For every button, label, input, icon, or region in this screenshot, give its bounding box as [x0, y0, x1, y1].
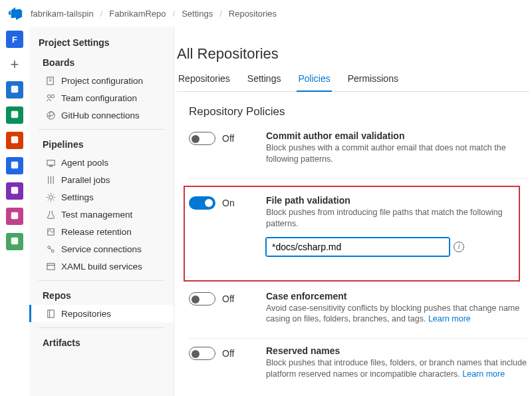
- sidebar-item-xaml-build-services[interactable]: XAML build services: [29, 258, 174, 275]
- tab-repositories[interactable]: Repositories: [177, 73, 231, 91]
- toggle-state-label: Off: [222, 294, 234, 304]
- tab-strip: RepositoriesSettingsPoliciesPermissions: [177, 73, 529, 92]
- learn-more-link[interactable]: Learn more: [462, 369, 505, 379]
- rail-tile-2[interactable]: [6, 81, 23, 99]
- gear-icon: [45, 192, 56, 202]
- policy-title: Reserved names: [266, 345, 527, 356]
- rail-tile-8[interactable]: [6, 233, 23, 250]
- sidebar-item-label: Parallel jobs: [61, 175, 110, 185]
- nav-rail: F+: [0, 27, 29, 396]
- svg-rect-0: [11, 85, 19, 93]
- release-icon: [45, 226, 56, 237]
- tab-permissions[interactable]: Permissions: [346, 73, 400, 91]
- rail-tile-3[interactable]: [6, 106, 23, 124]
- toggle-state-label: Off: [222, 133, 234, 144]
- agent-icon: [45, 157, 56, 168]
- github-icon: [45, 110, 56, 120]
- toggle-file-path-validation[interactable]: [189, 196, 215, 210]
- rail-tile-6[interactable]: [6, 182, 23, 200]
- learn-more-link[interactable]: Learn more: [428, 314, 471, 323]
- svg-point-10: [47, 95, 51, 98]
- sidebar-item-settings[interactable]: Settings: [29, 188, 174, 206]
- service-icon: [45, 244, 56, 254]
- svg-point-21: [51, 250, 54, 252]
- svg-line-22: [50, 248, 52, 250]
- rail-tile-4[interactable]: [6, 132, 23, 149]
- breadcrumb-org[interactable]: fabrikam-tailspin: [31, 9, 94, 19]
- svg-rect-2: [11, 136, 19, 143]
- svg-rect-14: [49, 165, 52, 166]
- board-icon: [10, 110, 19, 121]
- sidebar-item-label: GitHub connections: [61, 110, 140, 120]
- team-icon: [45, 93, 56, 103]
- tab-settings[interactable]: Settings: [246, 73, 283, 91]
- sidebar-item-label: Project configuration: [61, 76, 143, 86]
- policy-row-commit-author-email-validation: OffCommit author email validationBlock p…: [189, 130, 527, 179]
- policy-desc: Block pushes from introducing file paths…: [266, 207, 515, 230]
- policy-desc: Block pushes with a commit author email …: [266, 142, 527, 165]
- project-settings-sidebar: Project Settings BoardsProject configura…: [29, 27, 174, 396]
- breadcrumb: fabrikam-tailspin / FabrikamRepo / Setti…: [0, 0, 532, 27]
- tab-policies[interactable]: Policies: [297, 73, 331, 92]
- policy-title: Commit author email validation: [266, 130, 527, 141]
- chart-icon: [10, 85, 19, 96]
- panel-heading: Repository Policies: [189, 105, 527, 118]
- breadcrumb-settings[interactable]: Settings: [182, 9, 213, 19]
- test-icon: [45, 209, 56, 220]
- package-icon: [10, 211, 19, 222]
- sidebar-item-team-configuration[interactable]: Team configuration: [29, 89, 174, 106]
- svg-rect-1: [11, 110, 19, 118]
- policy-row-file-path-validation: OnFile path validationBlock pushes from …: [189, 195, 515, 270]
- sidebar-item-release-retention[interactable]: Release retention: [29, 223, 174, 240]
- rail-tile-7[interactable]: [6, 208, 23, 225]
- sidebar-item-label: XAML build services: [61, 262, 142, 272]
- policy-desc: Block pushes that introduce files, folde…: [266, 357, 527, 380]
- file-path-pattern-input[interactable]: [266, 238, 450, 256]
- sidebar-title: Project Settings: [39, 37, 164, 48]
- breadcrumb-project[interactable]: FabrikamRepo: [109, 9, 166, 19]
- sidebar-section-artifacts: Artifacts: [43, 337, 164, 348]
- svg-rect-25: [47, 309, 53, 317]
- svg-point-20: [47, 246, 50, 248]
- toggle-case-enforcement[interactable]: [189, 292, 215, 305]
- info-icon[interactable]: i: [454, 242, 464, 252]
- sidebar-item-label: Test management: [61, 210, 132, 220]
- sidebar-item-service-connections[interactable]: Service connections: [29, 240, 174, 258]
- rail-tile-5[interactable]: [6, 157, 23, 174]
- sidebar-item-project-configuration[interactable]: Project configuration: [29, 72, 174, 89]
- sidebar-item-label: Agent pools: [61, 158, 108, 168]
- svg-rect-3: [11, 161, 19, 168]
- main-content: All Repositories RepositoriesSettingsPol…: [174, 27, 532, 396]
- sidebar-section-pipelines: Pipelines: [43, 139, 164, 150]
- repo-icon: [10, 135, 19, 146]
- sidebar-item-github-connections[interactable]: GitHub connections: [29, 106, 174, 124]
- breadcrumb-repositories[interactable]: Repositories: [229, 9, 277, 19]
- sidebar-item-agent-pools[interactable]: Agent pools: [29, 154, 174, 171]
- sidebar-item-test-management[interactable]: Test management: [29, 206, 174, 223]
- add-project-button[interactable]: +: [11, 56, 19, 73]
- toggle-commit-author-email-validation[interactable]: [189, 132, 215, 145]
- policy-desc: Avoid case-sensitivity conflicts by bloc…: [266, 303, 527, 325]
- breadcrumb-sep-icon: /: [219, 9, 222, 19]
- sidebar-item-label: Service connections: [61, 244, 142, 254]
- svg-point-18: [49, 195, 53, 199]
- shield-icon: [10, 236, 19, 248]
- sidebar-section-repos: Repos: [43, 290, 164, 301]
- sidebar-section-boards: Boards: [43, 57, 164, 68]
- toggle-reserved-names[interactable]: [189, 347, 215, 360]
- breadcrumb-sep-icon: /: [173, 9, 176, 19]
- sidebar-item-parallel-jobs[interactable]: Parallel jobs: [29, 171, 174, 188]
- svg-rect-13: [47, 160, 54, 165]
- sidebar-item-label: Team configuration: [61, 93, 137, 103]
- toggle-state-label: On: [222, 198, 235, 208]
- policy-title: File path validation: [266, 195, 515, 206]
- azure-devops-logo-icon: [8, 5, 24, 21]
- repo-icon: [45, 308, 56, 319]
- sidebar-item-label: Release retention: [61, 227, 132, 237]
- sidebar-item-repositories[interactable]: Repositories: [29, 305, 174, 322]
- rail-tile-0[interactable]: F: [6, 31, 23, 48]
- project-icon: [45, 75, 56, 86]
- svg-rect-6: [11, 237, 19, 244]
- svg-rect-23: [47, 263, 54, 269]
- toggle-state-label: Off: [222, 348, 234, 359]
